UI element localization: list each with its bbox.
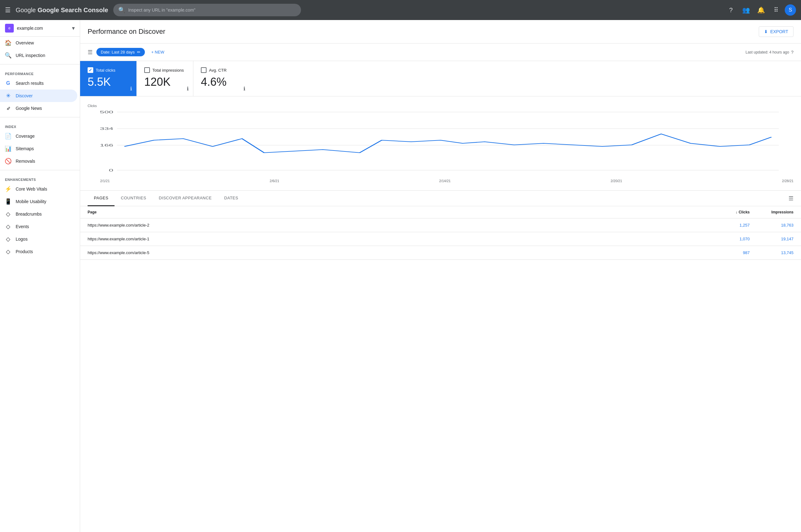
sidebar-item-events[interactable]: ◇ Events bbox=[0, 220, 77, 233]
sidebar-item-removals[interactable]: 🚫 Removals bbox=[0, 155, 77, 167]
app-logo: Google Google Search Console bbox=[16, 6, 108, 14]
chart-y-label: Clicks bbox=[88, 104, 794, 108]
sidebar-item-search-results[interactable]: G Search results bbox=[0, 77, 77, 90]
table-row[interactable]: https://www.example.com/article-5 987 13… bbox=[80, 246, 801, 260]
chart-container: 500 334 166 0 bbox=[88, 109, 794, 178]
svg-text:334: 334 bbox=[100, 127, 113, 131]
sidebar-label-events: Events bbox=[16, 224, 29, 229]
cell-page-1: https://www.example.com/article-1 bbox=[88, 236, 712, 241]
help-icon[interactable]: ? bbox=[725, 4, 737, 16]
new-filter-button[interactable]: + NEW bbox=[149, 48, 167, 56]
sitemaps-icon: 📊 bbox=[5, 146, 11, 152]
chart-x-label-3: 2/20/21 bbox=[610, 179, 622, 183]
sidebar-label-discover: Discover bbox=[16, 93, 33, 98]
metric-impressions-info-icon: ℹ bbox=[187, 86, 189, 92]
main-layout: e example.com ▾ 🏠 Overview 🔍 URL inspect… bbox=[0, 20, 801, 532]
sidebar: e example.com ▾ 🏠 Overview 🔍 URL inspect… bbox=[0, 20, 80, 532]
chart-x-label-2: 2/14/21 bbox=[439, 179, 451, 183]
table-header: Page ↓ Clicks Impressions bbox=[80, 206, 801, 218]
cell-page-0: https://www.example.com/article-2 bbox=[88, 223, 712, 228]
search-input[interactable] bbox=[128, 7, 296, 13]
sort-down-icon: ↓ bbox=[736, 210, 738, 214]
svg-text:0: 0 bbox=[109, 168, 113, 172]
table-row[interactable]: https://www.example.com/article-1 1,070 … bbox=[80, 232, 801, 246]
url-inspect-search[interactable]: 🔍 bbox=[113, 4, 301, 16]
export-button[interactable]: ⬇ EXPORT bbox=[759, 26, 794, 37]
sidebar-item-mobile-usability[interactable]: 📱 Mobile Usability bbox=[0, 195, 77, 208]
chart-x-labels: 2/1/21 2/6/21 2/14/21 2/20/21 2/28/21 bbox=[88, 178, 794, 183]
svg-text:166: 166 bbox=[100, 143, 113, 147]
sidebar-item-discover[interactable]: ✳ Discover bbox=[0, 90, 77, 102]
logos-icon: ◇ bbox=[5, 236, 11, 242]
metric-total-clicks[interactable]: ✓ Total clicks 5.5K ℹ bbox=[80, 61, 136, 96]
dropdown-arrow-icon: ▾ bbox=[72, 25, 75, 32]
tab-countries[interactable]: COUNTRIES bbox=[115, 191, 152, 206]
tab-discover-appearance[interactable]: DISCOVER APPEARANCE bbox=[152, 191, 218, 206]
sidebar-label-products: Products bbox=[16, 249, 33, 254]
sidebar-label-search-results: Search results bbox=[16, 81, 43, 86]
metric-avg-ctr[interactable]: Avg. CTR 4.6% ℹ bbox=[193, 61, 250, 96]
export-label: EXPORT bbox=[770, 29, 788, 34]
column-page-header: Page bbox=[88, 210, 712, 214]
filter-icon: ☰ bbox=[88, 49, 93, 56]
table-filter-icon[interactable]: ☰ bbox=[788, 195, 794, 202]
metric-ctr-header: Avg. CTR bbox=[201, 67, 242, 73]
notifications-icon[interactable]: 🔔 bbox=[755, 4, 767, 16]
sidebar-item-logos[interactable]: ◇ Logos bbox=[0, 233, 77, 245]
chart-x-label-4: 2/28/21 bbox=[782, 179, 794, 183]
column-impressions-header: Impressions bbox=[750, 210, 794, 214]
tab-pages[interactable]: PAGES bbox=[88, 191, 115, 206]
search-console-insights-icon[interactable]: 👥 bbox=[740, 4, 752, 16]
new-filter-label: + NEW bbox=[151, 50, 164, 54]
sidebar-label-overview: Overview bbox=[16, 40, 34, 45]
site-name: example.com bbox=[17, 26, 43, 31]
events-icon: ◇ bbox=[5, 224, 11, 230]
date-filter-label: Date: Last 28 days bbox=[101, 50, 135, 54]
filter-bar: ☰ Date: Last 28 days ✏ + NEW Last update… bbox=[80, 43, 801, 61]
metric-clicks-header: ✓ Total clicks bbox=[88, 67, 129, 73]
topnav-actions: ? 👥 🔔 ⠿ S bbox=[725, 4, 796, 16]
site-favicon: e bbox=[5, 24, 14, 33]
sidebar-label-mobile-usability: Mobile Usability bbox=[16, 199, 46, 204]
tabs-row: PAGES COUNTRIES DISCOVER APPEARANCE DATE… bbox=[80, 191, 801, 206]
sidebar-item-url-inspection[interactable]: 🔍 URL inspection bbox=[0, 49, 77, 62]
sidebar-item-breadcrumbs[interactable]: ◇ Breadcrumbs bbox=[0, 208, 77, 220]
metric-ctr-label: Avg. CTR bbox=[209, 68, 227, 73]
sidebar-label-sitemaps: Sitemaps bbox=[16, 146, 34, 151]
metric-ctr-info-icon: ℹ bbox=[244, 86, 245, 92]
metric-clicks-checkbox: ✓ bbox=[88, 67, 93, 73]
sidebar-divider-3 bbox=[0, 170, 80, 170]
chart-area: Clicks 500 334 166 0 2/1/ bbox=[80, 96, 801, 191]
metric-impressions-header: Total impressions bbox=[144, 67, 186, 73]
menu-icon[interactable]: ☰ bbox=[5, 6, 11, 14]
home-icon: 🏠 bbox=[5, 40, 11, 46]
sidebar-item-core-web-vitals[interactable]: ⚡ Core Web Vitals bbox=[0, 183, 77, 195]
metric-total-impressions[interactable]: Total impressions 120K ℹ bbox=[137, 61, 193, 96]
cell-impressions-2: 13,745 bbox=[750, 250, 794, 255]
url-inspect-icon: 🔍 bbox=[5, 52, 11, 58]
sidebar-label-breadcrumbs: Breadcrumbs bbox=[16, 212, 42, 216]
sidebar-item-coverage[interactable]: 📄 Coverage bbox=[0, 130, 77, 142]
metric-clicks-label: Total clicks bbox=[96, 68, 115, 73]
avatar[interactable]: S bbox=[785, 4, 796, 16]
products-icon: ◇ bbox=[5, 248, 11, 255]
enhancements-section-label: Enhancements bbox=[0, 173, 80, 183]
date-filter-button[interactable]: Date: Last 28 days ✏ bbox=[96, 48, 145, 56]
metric-ctr-value: 4.6% bbox=[201, 75, 242, 89]
cell-clicks-2: 987 bbox=[712, 250, 750, 255]
sidebar-item-google-news[interactable]: 🗞 Google News bbox=[0, 102, 77, 115]
sidebar-divider-2 bbox=[0, 117, 80, 117]
site-selector[interactable]: e example.com ▾ bbox=[0, 20, 80, 37]
metric-impressions-label: Total impressions bbox=[152, 68, 184, 73]
chart-x-label-0: 2/1/21 bbox=[100, 179, 110, 183]
sidebar-item-sitemaps[interactable]: 📊 Sitemaps bbox=[0, 142, 77, 155]
index-section-label: Index bbox=[0, 120, 80, 130]
discover-icon: ✳ bbox=[5, 93, 11, 99]
sidebar-item-overview[interactable]: 🏠 Overview bbox=[0, 37, 77, 49]
last-updated-help-icon: ? bbox=[791, 50, 794, 55]
table-row[interactable]: https://www.example.com/article-2 1,257 … bbox=[80, 218, 801, 232]
tab-dates[interactable]: DATES bbox=[218, 191, 245, 206]
sidebar-item-products[interactable]: ◇ Products bbox=[0, 245, 77, 258]
apps-icon[interactable]: ⠿ bbox=[770, 4, 782, 16]
metric-clicks-info-icon: ℹ bbox=[130, 86, 132, 92]
